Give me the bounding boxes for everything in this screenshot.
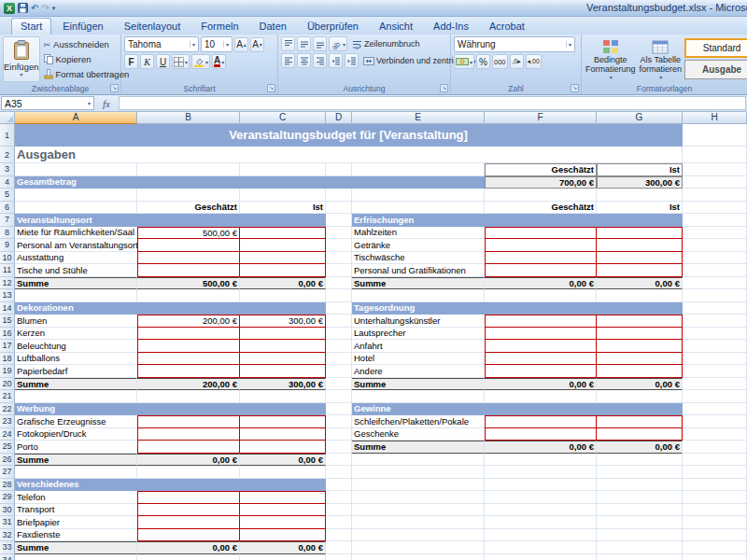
cell-E8[interactable]: Mahlzeiten bbox=[352, 227, 485, 240]
row-header-32[interactable]: 32 bbox=[0, 529, 15, 542]
wrap-text-button[interactable]: Zeilenumbruch bbox=[349, 36, 423, 51]
alignment-dialog-launcher[interactable]: ↘ bbox=[440, 84, 448, 92]
row-header-31[interactable]: 31 bbox=[0, 516, 15, 529]
row-header-6[interactable]: 6 bbox=[0, 202, 15, 215]
row-header-28[interactable]: 28 bbox=[0, 479, 15, 492]
decrease-decimal-button[interactable]: ◂,00 bbox=[526, 54, 542, 69]
tab-ueberpruefen[interactable]: Überprüfen bbox=[298, 18, 368, 35]
cell-H3[interactable] bbox=[683, 163, 747, 176]
cell-A27[interactable] bbox=[15, 466, 137, 479]
cell-F20[interactable]: 0,00 € bbox=[485, 378, 597, 391]
cell-D21[interactable] bbox=[326, 390, 352, 403]
cell-D8[interactable] bbox=[326, 227, 352, 240]
cell-B30[interactable] bbox=[137, 504, 240, 517]
cell-G30[interactable] bbox=[597, 504, 683, 517]
cell-C13[interactable] bbox=[240, 289, 326, 302]
cell-E17[interactable]: Anfahrt bbox=[352, 340, 485, 353]
cell-A9[interactable]: Personal am Veranstaltungsort bbox=[15, 239, 137, 252]
cell-E34[interactable] bbox=[352, 554, 485, 560]
cell-H7[interactable] bbox=[683, 214, 747, 227]
cell-F25[interactable]: 0,00 € bbox=[485, 441, 597, 454]
cell-H20[interactable] bbox=[683, 378, 747, 391]
cell-B18[interactable] bbox=[137, 353, 240, 366]
cell-D34[interactable] bbox=[326, 554, 352, 560]
cell-A16[interactable]: Kerzen bbox=[15, 328, 137, 341]
cell-H13[interactable] bbox=[683, 289, 747, 302]
cell-F32[interactable] bbox=[485, 529, 597, 542]
column-header-D[interactable]: D bbox=[326, 112, 352, 124]
cell-G24[interactable] bbox=[597, 428, 683, 441]
cell-F16[interactable] bbox=[485, 328, 597, 341]
cell-C25[interactable] bbox=[240, 441, 326, 454]
cell-F5[interactable] bbox=[485, 189, 597, 202]
cell-G25[interactable]: 0,00 € bbox=[597, 441, 683, 454]
cell-F11[interactable] bbox=[485, 264, 597, 277]
cell-G18[interactable] bbox=[597, 353, 683, 366]
cell-A18[interactable]: Luftballons bbox=[15, 353, 137, 366]
align-left-button[interactable] bbox=[281, 53, 295, 68]
cell-C18[interactable] bbox=[240, 353, 326, 366]
cell-G26[interactable] bbox=[597, 454, 683, 467]
cell-E3[interactable] bbox=[352, 163, 485, 176]
cell-H14[interactable] bbox=[683, 302, 747, 315]
cell-H12[interactable] bbox=[683, 277, 747, 290]
align-center-button[interactable] bbox=[297, 53, 311, 68]
cell-C23[interactable] bbox=[240, 415, 326, 428]
cell-C5[interactable] bbox=[240, 189, 326, 202]
cell-A33[interactable]: Summe bbox=[15, 541, 137, 554]
cell-E7[interactable]: Erfrischungen bbox=[352, 214, 683, 227]
cell-E19[interactable]: Andere bbox=[352, 365, 485, 378]
cell-F8[interactable] bbox=[485, 227, 597, 240]
tab-addins[interactable]: Add-Ins bbox=[424, 18, 478, 35]
cell-E22[interactable]: Gewinne bbox=[352, 403, 683, 416]
cell-H15[interactable] bbox=[683, 315, 747, 328]
align-top-button[interactable] bbox=[281, 36, 295, 51]
cell-D9[interactable] bbox=[326, 239, 352, 252]
cell-C3[interactable] bbox=[240, 163, 326, 176]
comma-style-button[interactable]: 000 bbox=[492, 54, 508, 69]
column-header-B[interactable]: B bbox=[137, 112, 240, 124]
cell-D19[interactable] bbox=[326, 365, 352, 378]
cell-B34[interactable] bbox=[137, 554, 240, 560]
percent-style-button[interactable]: % bbox=[476, 54, 490, 69]
cell-H9[interactable] bbox=[683, 239, 747, 252]
cell-E24[interactable]: Geschenke bbox=[352, 428, 485, 441]
cell-C26[interactable]: 0,00 € bbox=[240, 454, 326, 467]
cell-G33[interactable] bbox=[597, 541, 683, 554]
cell-F34[interactable] bbox=[485, 554, 597, 560]
cell-H34[interactable] bbox=[683, 554, 747, 560]
cell-F15[interactable] bbox=[485, 315, 597, 328]
cell-H30[interactable] bbox=[683, 504, 747, 517]
cell-D3[interactable] bbox=[326, 163, 352, 176]
cell-style-ausgabe[interactable]: Ausgabe bbox=[684, 60, 747, 79]
redo-button[interactable]: ↷ bbox=[41, 2, 49, 14]
cell-A4[interactable]: Gesamtbetrag bbox=[15, 176, 485, 189]
orientation-button[interactable]: ab▾ bbox=[329, 36, 347, 51]
cell-A26[interactable]: Summe bbox=[15, 454, 137, 467]
cell-B19[interactable] bbox=[137, 365, 240, 378]
cell-C8[interactable] bbox=[240, 227, 326, 240]
cell-B9[interactable] bbox=[137, 239, 240, 252]
cell-G6[interactable]: Ist bbox=[597, 202, 683, 215]
cell-F27[interactable] bbox=[485, 466, 597, 479]
cell-A6[interactable] bbox=[15, 202, 137, 215]
cell-E27[interactable] bbox=[352, 466, 485, 479]
increase-indent-button[interactable] bbox=[345, 53, 359, 68]
cell-G16[interactable] bbox=[597, 328, 683, 341]
cell-F28[interactable] bbox=[485, 479, 597, 492]
row-header-34[interactable]: 34 bbox=[0, 554, 15, 560]
cell-G10[interactable] bbox=[597, 252, 683, 265]
cell-D27[interactable] bbox=[326, 466, 352, 479]
cell-G28[interactable] bbox=[597, 479, 683, 492]
cell-style-standard[interactable]: Standard bbox=[684, 38, 747, 58]
cell-A11[interactable]: Tische und Stühle bbox=[15, 264, 137, 277]
cell-F12[interactable]: 0,00 € bbox=[485, 277, 597, 290]
row-header-10[interactable]: 10 bbox=[0, 252, 15, 265]
cell-A14[interactable]: Dekorationen bbox=[15, 302, 326, 315]
select-all-corner[interactable] bbox=[0, 112, 15, 124]
row-header-11[interactable]: 11 bbox=[0, 264, 15, 277]
column-header-E[interactable]: E bbox=[352, 112, 485, 124]
cell-G8[interactable] bbox=[597, 227, 683, 240]
italic-button[interactable]: K bbox=[140, 54, 154, 69]
row-header-30[interactable]: 30 bbox=[0, 504, 15, 517]
